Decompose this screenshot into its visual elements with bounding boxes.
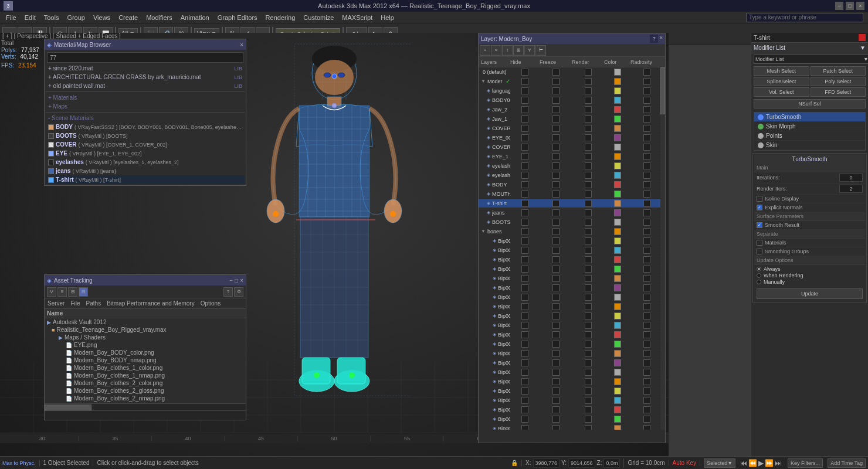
layer-color-swatch-10[interactable] — [614, 162, 621, 169]
layer-render-btn-36[interactable] — [585, 406, 592, 413]
layer-radiosity-btn-33[interactable] — [643, 378, 650, 385]
layer-radiosity-cell-38[interactable] — [630, 425, 663, 430]
layer-hide-cell-12[interactable] — [510, 181, 540, 188]
at-clothes2-nmap-file[interactable]: 📄 Modern_Boy_clothes_2_nmap.png — [45, 395, 246, 402]
layer-radiosity-cell-13[interactable] — [630, 191, 663, 198]
layer-hide-cell-7[interactable] — [510, 134, 540, 141]
layer-color-swatch-30[interactable] — [614, 350, 621, 357]
stack-skin[interactable]: Skin — [754, 141, 865, 150]
layer-color-swatch-11[interactable] — [614, 172, 621, 179]
ts-materials-checkbox[interactable] — [757, 240, 762, 246]
layer-hide-cell-5[interactable] — [510, 115, 540, 123]
ts-manually-radio[interactable]: Manually — [757, 279, 863, 285]
nsurf-sel-btn[interactable]: NSurf Sel — [754, 99, 866, 108]
layer-render-cell-7[interactable] — [572, 134, 604, 141]
menu-file[interactable]: File — [2, 13, 20, 22]
layer-freeze-cell-21[interactable] — [540, 266, 572, 273]
layer-color-cell-38[interactable] — [604, 425, 630, 430]
layer-hide-cell-14[interactable] — [510, 200, 540, 207]
layer-color-swatch-3[interactable] — [614, 97, 621, 104]
layer-row-9[interactable]: ◈ EYE_1 — [479, 152, 665, 161]
layer-hide-cell-21[interactable] — [510, 266, 540, 273]
layer-radiosity-btn-17[interactable] — [643, 228, 650, 235]
layer-radiosity-btn-37[interactable] — [643, 416, 650, 423]
maximize-btn[interactable]: □ — [846, 2, 854, 10]
layer-color-cell-0[interactable] — [604, 69, 630, 76]
layer-color-cell-15[interactable] — [604, 209, 630, 216]
layer-hide-cell-24[interactable] — [510, 294, 540, 301]
layer-freeze-cell-36[interactable] — [540, 406, 572, 413]
layer-hide-btn-9[interactable] — [521, 153, 528, 160]
layer-hide-btn-21[interactable] — [521, 266, 528, 273]
layer-radiosity-btn-29[interactable] — [643, 341, 650, 348]
layer-render-btn-0[interactable] — [585, 69, 592, 76]
layer-freeze-btn-38[interactable] — [552, 425, 560, 430]
layer-hide-cell-32[interactable] — [510, 369, 540, 376]
layer-radiosity-btn-8[interactable] — [643, 144, 650, 151]
layer-freeze-btn-19[interactable] — [552, 247, 560, 254]
layer-freeze-cell-16[interactable] — [540, 219, 572, 226]
layer-hide-cell-33[interactable] — [510, 378, 540, 385]
layer-row-30[interactable]: ◈ Bip001 R UpArmT — [479, 349, 665, 358]
layer-freeze-cell-1[interactable] — [540, 78, 572, 85]
layer-color-swatch-17[interactable] — [614, 228, 621, 235]
at-clothes2-gloss-file[interactable]: 📄 Modern_Boy_clothes_2_gloss.png — [45, 387, 246, 395]
layer-row-14[interactable]: ◈ T-shirt — [479, 199, 665, 208]
asset-min-btn[interactable]: − — [229, 277, 233, 284]
at-file-item[interactable]: ■ Realistic_Teenage_Boy_Rigged_vray.max — [45, 326, 246, 334]
layer-hide-btn-37[interactable] — [521, 416, 528, 423]
layer-radiosity-cell-2[interactable] — [630, 87, 663, 94]
selected-mode-dropdown[interactable]: Selected ▼ — [704, 458, 735, 468]
layer-color-swatch-37[interactable] — [614, 416, 621, 423]
menu-create[interactable]: Create — [115, 13, 141, 22]
at-clothes2-color-file[interactable]: 📄 Modern_Boy_clothes_2_color.png — [45, 379, 246, 387]
layer-freeze-cell-17[interactable] — [540, 228, 572, 235]
layer-freeze-cell-34[interactable] — [540, 388, 572, 395]
layer-row-1[interactable]: ▼ Modern_Boy ✓ — [479, 77, 665, 86]
layer-color-cell-3[interactable] — [604, 97, 630, 104]
layer-freeze-cell-12[interactable] — [540, 181, 572, 188]
layer-render-btn-10[interactable] — [585, 162, 592, 169]
layer-row-11[interactable]: ◈ eyelashes_1 — [479, 171, 665, 180]
layer-freeze-btn-3[interactable] — [552, 97, 560, 104]
at-vault-btn[interactable]: V — [47, 287, 56, 297]
z-coord[interactable]: 0,0m — [603, 458, 620, 468]
layer-hide-btn-13[interactable] — [521, 191, 528, 198]
layer-row-13[interactable]: ◈ MOUTH — [479, 189, 665, 199]
layer-radiosity-cell-21[interactable] — [630, 266, 663, 273]
layer-color-swatch-27[interactable] — [614, 322, 621, 329]
layer-row-17[interactable]: ▼ bones — [479, 227, 665, 236]
menu-tools[interactable]: Tools — [40, 13, 63, 22]
layer-render-cell-22[interactable] — [572, 275, 604, 282]
layer-row-37[interactable]: ◈ Bip001 R Finger3 — [479, 414, 665, 424]
layer-row-16[interactable]: ◈ BOOTS — [479, 217, 665, 227]
layer-color-swatch-18[interactable] — [614, 237, 621, 244]
layer-hide-cell-10[interactable] — [510, 162, 540, 169]
layer-hide-btn-22[interactable] — [521, 275, 528, 282]
layer-color-swatch-14[interactable] — [614, 200, 621, 207]
layer-hide-cell-1[interactable] — [510, 78, 540, 85]
layer-radiosity-btn-24[interactable] — [643, 294, 650, 301]
layer-color-swatch-21[interactable] — [614, 266, 621, 273]
layer-freeze-cell-22[interactable] — [540, 275, 572, 282]
layer-render-btn-25[interactable] — [585, 303, 592, 310]
layer-radiosity-btn-32[interactable] — [643, 369, 650, 376]
layer-color-cell-34[interactable] — [604, 388, 630, 395]
layer-hide-btn-1[interactable] — [521, 78, 528, 85]
layer-hide-btn-38[interactable] — [521, 425, 528, 430]
layer-freeze-btn-33[interactable] — [552, 378, 560, 385]
layer-radiosity-cell-25[interactable] — [630, 303, 663, 310]
layer-freeze-btn-1[interactable] — [552, 78, 560, 85]
layer-color-cell-5[interactable] — [604, 115, 630, 123]
layer-hide-cell-25[interactable] — [510, 303, 540, 310]
layer-radiosity-cell-26[interactable] — [630, 312, 663, 320]
layer-freeze-cell-13[interactable] — [540, 191, 572, 198]
layer-freeze-btn-34[interactable] — [552, 388, 560, 395]
layer-radiosity-cell-32[interactable] — [630, 369, 663, 376]
layer-color-cell-30[interactable] — [604, 350, 630, 357]
layer-color-swatch-23[interactable] — [614, 284, 621, 291]
layer-color-swatch-36[interactable] — [614, 406, 621, 413]
layer-render-btn-5[interactable] — [585, 115, 592, 123]
layer-radiosity-cell-7[interactable] — [630, 134, 663, 141]
layer-radiosity-btn-36[interactable] — [643, 406, 650, 413]
